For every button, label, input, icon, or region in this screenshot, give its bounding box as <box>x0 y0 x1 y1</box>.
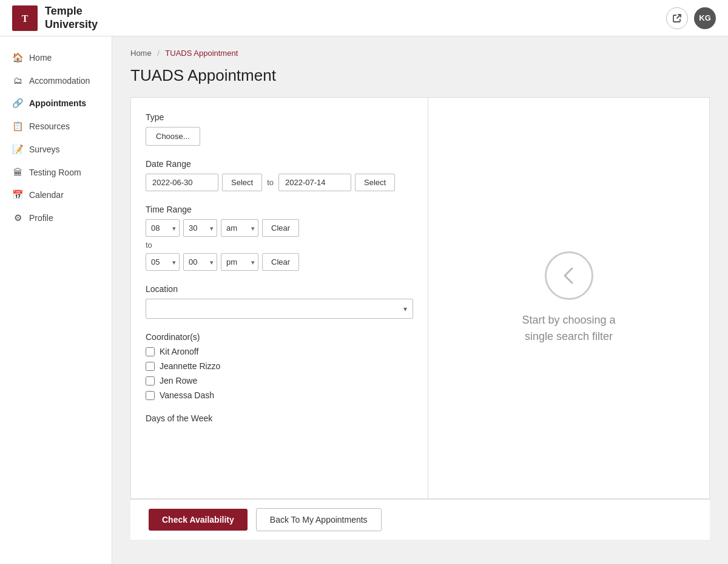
sidebar: 🏠 Home 🗂 Accommodation 🔗 Appointments 📋 … <box>0 36 112 564</box>
content-area: Type Choose... Date Range Select to Sele… <box>130 97 710 499</box>
date-start-input[interactable] <box>146 174 218 191</box>
sidebar-item-calendar[interactable]: 📅 Calendar <box>0 183 112 206</box>
days-field-group: Days of the Week <box>146 413 413 423</box>
sidebar-item-profile[interactable]: ⚙ Profile <box>0 206 112 229</box>
type-field-group: Type Choose... <box>146 112 413 146</box>
time-to-row: to <box>146 240 413 250</box>
location-select[interactable] <box>146 299 413 319</box>
surveys-icon: 📝 <box>12 144 23 155</box>
form-scroll[interactable]: Type Choose... Date Range Select to Sele… <box>131 98 428 498</box>
coordinators-field-group: Coordinator(s) Kit Aronoff Jeannette Riz… <box>146 332 413 400</box>
sidebar-item-label: Home <box>29 53 52 63</box>
time-start-row: 08 30 am <box>146 219 413 237</box>
hint-line1: Start by choosing a <box>522 314 615 326</box>
date-end-select-button[interactable]: Select <box>355 174 395 191</box>
coordinator-jeannette[interactable]: Jeannette Rizzo <box>146 361 413 371</box>
time-end-hour-select[interactable]: 05 <box>146 253 180 271</box>
page-title: TUADS Appointment <box>130 66 710 85</box>
hint-line2: single search filter <box>525 330 613 342</box>
testing-room-icon: 🏛 <box>12 167 23 177</box>
days-of-week-label: Days of the Week <box>146 413 413 423</box>
breadcrumb: Home / TUADS Appointment <box>130 49 710 58</box>
coordinator-jen-name: Jen Rowe <box>160 376 197 386</box>
type-choose-button[interactable]: Choose... <box>146 127 200 146</box>
date-range-to-label: to <box>267 178 274 187</box>
time-start-ampm-wrap: am <box>221 219 258 237</box>
main-layout: 🏠 Home 🗂 Accommodation 🔗 Appointments 📋 … <box>0 36 728 564</box>
calendar-icon: 📅 <box>12 189 23 200</box>
time-start-min-wrap: 30 <box>183 219 217 237</box>
location-label: Location <box>146 284 413 294</box>
time-end-min-select[interactable]: 00 <box>183 253 217 271</box>
time-end-min-wrap: 00 <box>183 253 217 271</box>
coordinator-jeannette-checkbox[interactable] <box>146 362 155 371</box>
form-panel: Type Choose... Date Range Select to Sele… <box>131 98 428 498</box>
user-avatar[interactable]: KG <box>694 7 716 29</box>
breadcrumb-separator: / <box>157 49 160 58</box>
time-start-hour-wrap: 08 <box>146 219 180 237</box>
home-icon: 🏠 <box>12 52 23 63</box>
time-start-min-select[interactable]: 30 <box>183 219 217 237</box>
sidebar-item-testing-room[interactable]: 🏛 Testing Room <box>0 161 112 183</box>
coordinator-vanessa[interactable]: Vanessa Dash <box>146 390 413 400</box>
breadcrumb-home[interactable]: Home <box>130 49 152 58</box>
sidebar-item-label: Accommodation <box>29 76 90 86</box>
coordinator-kit-checkbox[interactable] <box>146 347 155 356</box>
appointments-icon: 🔗 <box>12 98 23 109</box>
time-start-hour-select[interactable]: 08 <box>146 219 180 237</box>
right-panel-hint: Start by choosing a single search filter <box>522 312 615 345</box>
breadcrumb-current: TUADS Appointment <box>165 49 238 58</box>
sidebar-item-label: Resources <box>29 121 70 131</box>
type-label: Type <box>146 112 413 122</box>
header: T TempleUniversity KG <box>0 0 728 36</box>
location-field-group: Location <box>146 284 413 319</box>
time-range-label: Time Range <box>146 205 413 214</box>
coordinator-vanessa-name: Vanessa Dash <box>160 390 214 400</box>
date-start-select-button[interactable]: Select <box>222 174 262 191</box>
accommodation-icon: 🗂 <box>12 75 23 86</box>
time-start-ampm-select[interactable]: am <box>221 219 258 237</box>
coordinator-vanessa-checkbox[interactable] <box>146 391 155 400</box>
date-range-label: Date Range <box>146 159 413 169</box>
profile-icon: ⚙ <box>12 212 23 223</box>
sidebar-item-label: Profile <box>29 213 53 223</box>
coordinators-label: Coordinator(s) <box>146 332 413 342</box>
resources-icon: 📋 <box>12 121 23 132</box>
sidebar-item-label: Calendar <box>29 190 64 200</box>
back-arrow-icon <box>545 251 593 300</box>
time-end-row: 05 00 pm <box>146 253 413 271</box>
sidebar-item-resources[interactable]: 📋 Resources <box>0 115 112 138</box>
coordinator-jen-checkbox[interactable] <box>146 376 155 386</box>
svg-text:T: T <box>22 13 29 24</box>
external-link-icon[interactable] <box>666 7 688 29</box>
sidebar-item-label: Appointments <box>29 98 86 108</box>
time-start-clear-button[interactable]: Clear <box>262 219 299 237</box>
location-select-wrap <box>146 299 413 319</box>
temple-logo-icon: T <box>12 5 38 31</box>
logo-area: T TempleUniversity <box>12 5 98 31</box>
right-panel: Start by choosing a single search filter <box>428 98 709 498</box>
date-end-input[interactable] <box>278 174 351 191</box>
time-range-field-group: Time Range 08 30 <box>146 205 413 271</box>
sidebar-item-accommodation[interactable]: 🗂 Accommodation <box>0 69 112 92</box>
bottom-bar: Check Availability Back To My Appointmen… <box>130 499 710 540</box>
sidebar-item-label: Surveys <box>29 144 60 154</box>
sidebar-item-label: Testing Room <box>29 168 81 177</box>
check-availability-button[interactable]: Check Availability <box>149 509 248 531</box>
time-end-ampm-select[interactable]: pm <box>221 253 258 271</box>
coordinators-list: Kit Aronoff Jeannette Rizzo Jen Rowe <box>146 347 413 400</box>
header-right: KG <box>666 7 716 29</box>
time-end-clear-button[interactable]: Clear <box>262 253 299 271</box>
back-to-appointments-button[interactable]: Back To My Appointments <box>256 508 382 531</box>
time-end-ampm-wrap: pm <box>221 253 258 271</box>
coordinator-jen[interactable]: Jen Rowe <box>146 376 413 386</box>
coordinator-kit-name: Kit Aronoff <box>160 347 198 356</box>
sidebar-item-appointments[interactable]: 🔗 Appointments <box>0 92 112 115</box>
sidebar-item-surveys[interactable]: 📝 Surveys <box>0 138 112 161</box>
date-range-field-group: Date Range Select to Select <box>146 159 413 191</box>
date-range-row: Select to Select <box>146 174 413 191</box>
sidebar-item-home[interactable]: 🏠 Home <box>0 46 112 69</box>
coordinator-kit[interactable]: Kit Aronoff <box>146 347 413 356</box>
logo-text: TempleUniversity <box>45 5 98 31</box>
coordinator-jeannette-name: Jeannette Rizzo <box>160 361 220 371</box>
